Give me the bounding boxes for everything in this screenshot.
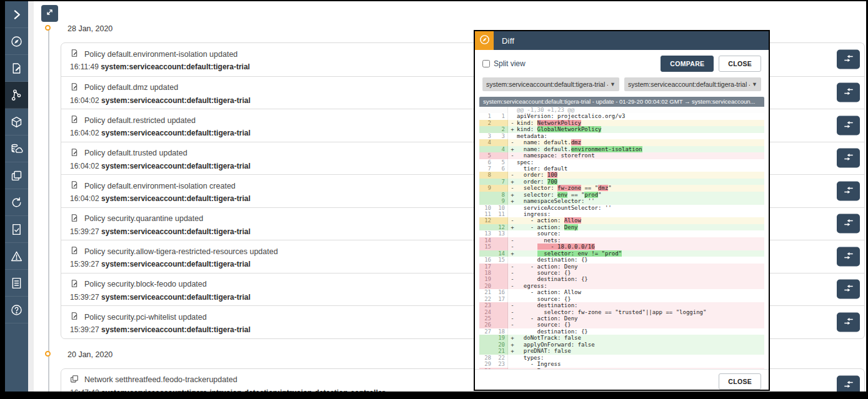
diff-change-marker: - [508, 139, 517, 145]
diff-new-line-number: 22 [494, 355, 508, 361]
diff-old-line-number [479, 335, 494, 341]
diff-row: 1010 serviceAccountSelector: '' [479, 205, 764, 211]
diff-line-content: selector: env != "prod" [517, 250, 764, 257]
sidebar-item-policies[interactable] [5, 55, 28, 82]
diff-new-line-number: 3 [494, 133, 508, 139]
event-title: Policy security.block-feodo updated [84, 280, 207, 288]
diff-change-marker: - [508, 152, 517, 159]
diff-new-line-number [494, 217, 508, 224]
diff-line-content: kind: GlobalNetworkPolicy [517, 126, 764, 132]
diff-old-line-number: 16 [479, 257, 494, 263]
sidebar-item-reports[interactable] [5, 270, 28, 297]
diff-old-line-number: 3 [479, 133, 494, 139]
diff-line-content: metadata: [517, 133, 764, 139]
diff-change-marker: + [508, 198, 517, 204]
diff-file-header: system:serviceaccount:default:tigera-tri… [479, 97, 764, 107]
diff-row: 2217 source: {} [479, 296, 764, 302]
diff-row: 5- namespace: storefront [479, 152, 764, 159]
event-user: system:serviceaccount:default:tigera-tri… [101, 194, 251, 203]
diff-line-content: spec: [517, 159, 764, 165]
diff-line-content: applyOnForward: false [517, 342, 764, 348]
diff-new-line-number: 21 [494, 348, 508, 354]
diff-old-line-number [479, 348, 494, 354]
diff-row: 9+ namespaceSelector: '' [479, 198, 764, 204]
event-time: 16:04:02 [70, 96, 101, 105]
diff-new-line-number: 12 [494, 224, 508, 230]
sidebar-item-alerts[interactable] [5, 243, 28, 270]
sidebar-item-storage[interactable] [5, 135, 28, 162]
diff-new-line-number: 4 [494, 146, 508, 152]
diff-new-line-number [494, 302, 508, 308]
diff-row: 2+kind: GlobalNetworkPolicy [479, 126, 764, 132]
diff-change-marker: - [508, 322, 517, 328]
open-diff-button[interactable] [837, 83, 860, 102]
compare-arrows-icon [843, 250, 854, 263]
network-set-icon [69, 374, 79, 386]
diff-new-line-number [494, 276, 508, 282]
diff-new-line-number [494, 315, 508, 322]
diff-old-line-number: 13 [479, 230, 494, 237]
diff-old-line-number: 25 [479, 315, 494, 322]
open-diff-button[interactable] [837, 116, 860, 135]
open-diff-button[interactable] [837, 149, 860, 168]
sidebar-item-timeline[interactable] [5, 82, 28, 109]
split-view-toggle[interactable]: Split view [482, 59, 526, 68]
sidebar-item-dashboard[interactable] [5, 28, 28, 55]
diff-change-marker [508, 165, 517, 172]
diff-line-content: source: {} [517, 322, 764, 328]
open-diff-button[interactable] [837, 181, 860, 200]
diff-line-content: source: [517, 230, 764, 237]
sidebar-nav [5, 1, 28, 392]
close-button-bottom[interactable]: CLOSE [719, 373, 761, 390]
diff-row: 20- egress: [479, 283, 764, 289]
open-diff-button[interactable] [837, 214, 860, 234]
diff-change-marker: + [508, 224, 517, 230]
event-title: Policy security.allow-tigera-restricted-… [84, 247, 278, 256]
open-diff-button[interactable] [837, 375, 860, 392]
compare-arrows-icon [843, 217, 854, 230]
sidebar-item-expand-toggle[interactable] [5, 1, 28, 28]
diff-row: 7+ order: 700 [479, 179, 764, 185]
sidebar-item-refresh[interactable] [5, 189, 28, 216]
diff-new-line-number [494, 322, 508, 328]
open-diff-button[interactable] [837, 50, 860, 69]
policy-doc-icon [69, 82, 79, 94]
diff-old-line-number [479, 342, 494, 348]
sidebar-item-network-sets[interactable] [5, 162, 28, 189]
diff-line-content: selector: env == "prod" [517, 192, 764, 198]
timeline-date-marker [45, 25, 51, 31]
compass-logo-icon [479, 34, 491, 48]
split-view-checkbox[interactable] [482, 60, 490, 67]
open-diff-button[interactable] [837, 247, 860, 266]
app-window: 28 Jan, 2020Policy default.environment-i… [5, 1, 866, 392]
diff-old-line-number: 22 [479, 296, 494, 302]
diff-line-content: name: default.dmz [517, 139, 764, 145]
diff-row: 19+ doNotTrack: false [479, 335, 764, 341]
diff-row: 12- - action: Allow [479, 217, 764, 224]
diff-line-content: - action: Allow [517, 289, 764, 295]
diff-row: 20+ applyOnForward: false [479, 342, 764, 348]
sidebar-item-help[interactable] [5, 297, 28, 323]
diff-old-line-number: 27 [479, 328, 494, 335]
diff-new-line-number [494, 107, 508, 113]
event-title: Policy default.trusted updated [84, 149, 187, 157]
sidebar-item-compliance[interactable] [5, 216, 28, 243]
diff-new-line-number [494, 120, 508, 126]
open-diff-button[interactable] [837, 312, 860, 332]
compare-arrows-icon [843, 86, 854, 99]
open-diff-button[interactable] [837, 280, 860, 299]
diff-line-content: ingress: [517, 211, 764, 217]
event-title: Network setthreatfeed.feodo-trackerupdat… [84, 375, 237, 384]
snapshot-select-right[interactable]: system:serviceaccount:default:tigera-tri… [624, 77, 761, 91]
sidebar-item-nodes[interactable] [5, 109, 28, 135]
close-button-top[interactable]: CLOSE [719, 56, 761, 72]
diff-change-marker: - [508, 172, 517, 178]
diff-row: 1615 destination: {} [479, 257, 764, 263]
compare-button[interactable]: COMPARE [661, 56, 714, 72]
cube-icon [10, 116, 23, 129]
diff-change-marker: - [508, 237, 517, 244]
snapshot-select-left[interactable]: system:serviceaccount:default:tigera-tri… [482, 77, 619, 91]
event-user: system:serviceaccount:default:tigera-tri… [101, 96, 251, 105]
diff-modal-footer: CLOSE [475, 369, 769, 390]
diff-row: 21+ preDNAT: false [479, 348, 764, 354]
